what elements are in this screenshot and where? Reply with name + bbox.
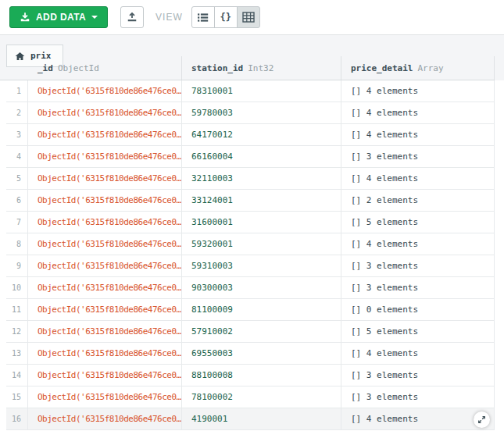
row-number: 2: [6, 102, 28, 124]
table-row: 7 ObjectId('6315f810de86e476ce0… 3160000…: [6, 212, 495, 233]
cell-price-detail[interactable]: [] 4 elements: [341, 102, 495, 124]
cell-id[interactable]: ObjectId('6315f810de86e476ce0…: [28, 102, 182, 124]
column-header-id[interactable]: _id ObjectId: [0, 56, 182, 80]
cell-station-id[interactable]: 32110003: [182, 168, 341, 190]
cell-id[interactable]: ObjectId('6315f810de86e476ce0…: [28, 212, 182, 233]
cell-station-id[interactable]: 78100002: [182, 386, 341, 408]
cell-station-id[interactable]: 69550003: [182, 343, 341, 365]
cell-id[interactable]: ObjectId('6315f810de86e476ce0…: [28, 321, 182, 343]
cell-price-detail[interactable]: [] 4 elements: [341, 124, 495, 146]
table-row: 15 ObjectId('6315f810de86e476ce0… 781000…: [6, 386, 495, 408]
download-icon: [20, 12, 30, 23]
cell-price-detail[interactable]: [] 3 elements: [341, 386, 495, 408]
cell-station-id[interactable]: 59320001: [182, 233, 341, 255]
table-row: 2 ObjectId('6315f810de86e476ce0… 5978000…: [6, 102, 495, 124]
cell-id[interactable]: ObjectId('6315f810de86e476ce0…: [28, 408, 182, 430]
table-row: 4 ObjectId('6315f810de86e476ce0… 6616000…: [6, 146, 495, 168]
cell-station-id[interactable]: 64170012: [182, 124, 341, 146]
list-icon: [197, 12, 209, 23]
table-header: _id ObjectId station_id Int32 price_deta…: [0, 56, 495, 80]
row-number: 6: [6, 190, 28, 212]
upload-icon: [127, 12, 138, 23]
table-row: 6 ObjectId('6315f810de86e476ce0… 3312400…: [6, 190, 495, 212]
export-button[interactable]: [120, 6, 144, 28]
row-number: 4: [6, 146, 28, 168]
column-name: station_id: [191, 63, 243, 73]
table-body: 1 ObjectId('6315f810de86e476ce0… 7831000…: [0, 80, 504, 430]
table-row: 11 ObjectId('6315f810de86e476ce0… 811000…: [6, 299, 495, 321]
cell-station-id[interactable]: 33124001: [182, 190, 341, 212]
column-type: Array: [417, 63, 443, 73]
row-number: 3: [6, 124, 28, 146]
table-row: 12 ObjectId('6315f810de86e476ce0… 579100…: [6, 321, 495, 343]
cell-id[interactable]: ObjectId('6315f810de86e476ce0…: [28, 146, 182, 168]
cell-station-id[interactable]: 59310003: [182, 255, 341, 277]
cell-price-detail[interactable]: [] 3 elements: [341, 255, 495, 277]
table-row: 9 ObjectId('6315f810de86e476ce0… 5931000…: [6, 255, 495, 277]
table-row: 5 ObjectId('6315f810de86e476ce0… 3211000…: [6, 168, 495, 190]
cell-station-id[interactable]: 88100008: [182, 365, 341, 386]
view-label: VIEW: [155, 12, 183, 23]
expand-button[interactable]: [474, 411, 490, 428]
cell-station-id[interactable]: 4190001: [182, 408, 341, 430]
cell-price-detail[interactable]: [] 4 elements: [341, 80, 495, 102]
cell-price-detail[interactable]: [] 4 elements: [341, 168, 495, 190]
cell-id[interactable]: ObjectId('6315f810de86e476ce0…: [28, 386, 182, 408]
row-number: 15: [6, 386, 28, 408]
row-number: 14: [6, 365, 28, 386]
cell-station-id[interactable]: 66160004: [182, 146, 341, 168]
cell-id[interactable]: ObjectId('6315f810de86e476ce0…: [28, 233, 182, 255]
caret-down-icon: [91, 16, 98, 19]
cell-id[interactable]: ObjectId('6315f810de86e476ce0…: [28, 168, 182, 190]
cell-price-detail[interactable]: [] 2 elements: [341, 190, 495, 212]
row-number: 13: [6, 343, 28, 365]
cell-price-detail[interactable]: [] 3 elements: [341, 146, 495, 168]
cell-id[interactable]: ObjectId('6315f810de86e476ce0…: [28, 124, 182, 146]
cell-price-detail[interactable]: [] 4 elements: [341, 408, 495, 430]
table-row: 13 ObjectId('6315f810de86e476ce0… 695500…: [6, 343, 495, 365]
list-view-button[interactable]: [191, 6, 215, 28]
table-row: 8 ObjectId('6315f810de86e476ce0… 5932000…: [6, 233, 495, 255]
cell-price-detail[interactable]: [] 4 elements: [341, 343, 495, 365]
cell-price-detail[interactable]: [] 5 elements: [341, 212, 495, 233]
cell-id[interactable]: ObjectId('6315f810de86e476ce0…: [28, 365, 182, 386]
cell-price-detail[interactable]: [] 3 elements: [341, 277, 495, 299]
column-header-price-detail[interactable]: price_detail Array: [341, 56, 495, 80]
braces-icon: {}: [220, 12, 231, 23]
table-grid-icon: [242, 12, 255, 23]
cell-id[interactable]: ObjectId('6315f810de86e476ce0…: [28, 190, 182, 212]
cell-price-detail[interactable]: [] 3 elements: [341, 365, 495, 386]
table-row: 10 ObjectId('6315f810de86e476ce0… 903000…: [6, 277, 495, 299]
cell-id[interactable]: ObjectId('6315f810de86e476ce0…: [28, 255, 182, 277]
cell-station-id[interactable]: 90300003: [182, 277, 341, 299]
row-number: 16: [6, 408, 28, 430]
row-number: 12: [6, 321, 28, 343]
cell-station-id[interactable]: 31600001: [182, 212, 341, 233]
row-number: 1: [6, 80, 28, 102]
add-data-label: ADD DATA: [36, 12, 86, 23]
row-number: 10: [6, 277, 28, 299]
column-type: Int32: [248, 63, 273, 73]
column-header-station-id[interactable]: station_id Int32: [182, 56, 341, 80]
json-view-button[interactable]: {}: [214, 6, 238, 28]
cell-station-id[interactable]: 78310001: [182, 80, 341, 102]
cell-price-detail[interactable]: [] 5 elements: [341, 321, 495, 343]
cell-id[interactable]: ObjectId('6315f810de86e476ce0…: [28, 80, 182, 102]
cell-id[interactable]: ObjectId('6315f810de86e476ce0…: [28, 299, 182, 321]
cell-station-id[interactable]: 57910002: [182, 321, 341, 343]
toolbar: ADD DATA VIEW: [0, 0, 504, 34]
table-row: 1 ObjectId('6315f810de86e476ce0… 7831000…: [6, 80, 495, 102]
table-row: 3 ObjectId('6315f810de86e476ce0… 6417001…: [6, 124, 495, 146]
cell-id[interactable]: ObjectId('6315f810de86e476ce0…: [28, 277, 182, 299]
add-data-button[interactable]: ADD DATA: [9, 6, 108, 28]
row-number: 5: [6, 168, 28, 190]
column-name: _id: [38, 63, 53, 73]
table-row: 14 ObjectId('6315f810de86e476ce0… 881000…: [6, 365, 495, 386]
cell-station-id[interactable]: 59780003: [182, 102, 341, 124]
row-number: 8: [6, 233, 28, 255]
cell-id[interactable]: ObjectId('6315f810de86e476ce0…: [28, 343, 182, 365]
cell-price-detail[interactable]: [] 4 elements: [341, 233, 495, 255]
table-view-button[interactable]: [237, 6, 260, 28]
cell-station-id[interactable]: 81100009: [182, 299, 341, 321]
cell-price-detail[interactable]: [] 0 elements: [341, 299, 495, 321]
